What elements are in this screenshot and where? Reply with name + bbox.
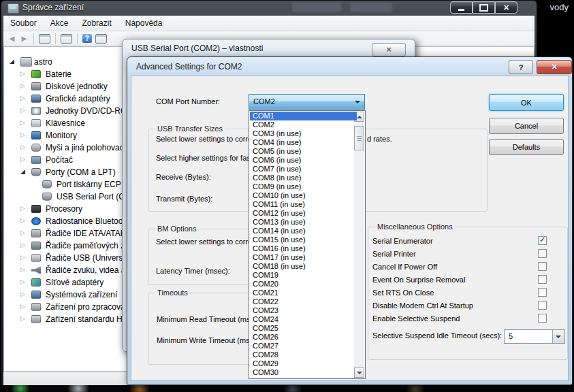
minimize-icon: [458, 9, 464, 11]
dropdown-item[interactable]: COM27: [250, 342, 357, 350]
expander-icon[interactable]: ◢: [20, 168, 25, 175]
forward-icon[interactable]: ►: [20, 34, 29, 43]
tree-item-label: Řadiče USB (Universal: [46, 253, 129, 263]
advanced-settings-dialog: Advanced Settings for COM2 ? × COM Port …: [127, 56, 573, 385]
help-button[interactable]: ?: [509, 60, 533, 74]
dropdown-item[interactable]: COM7 (in use): [250, 165, 357, 174]
window-title: Správce zařízení: [22, 3, 84, 12]
expander-icon[interactable]: ▷: [20, 205, 25, 212]
device-manager-icon: [7, 3, 19, 14]
check-icon: ✓: [539, 235, 545, 244]
dropdown-item[interactable]: COM13 (in use): [250, 218, 357, 227]
misc-option-label: Enable Selective Suspend: [372, 314, 460, 323]
computer-device-icon: [31, 156, 41, 164]
tree-item-label: Řadiče paměťových z: [46, 241, 125, 250]
dropdown-item[interactable]: COM5 (in use): [250, 147, 357, 156]
properties-close-button[interactable]: ×: [372, 43, 406, 56]
expander-icon[interactable]: ▷: [20, 229, 25, 236]
expander-icon[interactable]: ▷: [20, 131, 25, 138]
expander-icon[interactable]: ▷: [20, 119, 25, 126]
dialog-close-button[interactable]: ×: [537, 60, 572, 74]
cancel-button[interactable]: Cancel: [489, 118, 564, 134]
menu-item-zobrazit[interactable]: Zobrazit: [75, 16, 118, 30]
expander-icon[interactable]: ▷: [20, 82, 25, 89]
expander-icon[interactable]: ◢: [10, 58, 14, 65]
imaging-device-icon: [31, 303, 41, 311]
expander-icon[interactable]: ▷: [20, 254, 25, 261]
dropdown-item[interactable]: COM19: [250, 271, 357, 280]
misc-option-label: Disable Modem Ctrl At Startup: [372, 301, 473, 310]
dropdown-item[interactable]: COM20: [250, 280, 357, 289]
system-device-icon: [31, 291, 41, 299]
printer-port-icon: [42, 180, 52, 189]
dropdown-item[interactable]: COM6 (in use): [250, 156, 357, 165]
display-adapter-icon: [31, 95, 41, 103]
defaults-button[interactable]: Defaults: [489, 139, 564, 155]
ok-button[interactable]: OK: [489, 94, 564, 111]
minimize-button[interactable]: [450, 1, 473, 14]
dropdown-item[interactable]: COM22: [250, 297, 357, 306]
dropdown-item[interactable]: COM15 (in use): [250, 235, 357, 244]
dropdown-item[interactable]: COM2: [250, 120, 357, 129]
expander-icon[interactable]: ▷: [20, 144, 25, 150]
checkbox-checked[interactable]: ✓: [538, 236, 547, 245]
maximize-button[interactable]: [473, 1, 495, 14]
dropdown-item[interactable]: COM25: [250, 324, 357, 333]
dropdown-item[interactable]: COM17 (in use): [250, 253, 357, 262]
com-port-combobox[interactable]: COM2: [249, 94, 365, 110]
dropdown-item[interactable]: COM29: [250, 359, 357, 368]
expander-icon[interactable]: ▷: [20, 242, 25, 248]
expander-icon[interactable]: ▷: [20, 303, 25, 310]
properties-icon[interactable]: [61, 34, 72, 44]
dropdown-item[interactable]: COM11 (in use): [250, 200, 357, 209]
expander-icon[interactable]: ▷: [20, 107, 25, 114]
bm-options-title: BM Options: [155, 225, 198, 233]
idle-timeout-combobox[interactable]: 5: [504, 329, 565, 344]
back-icon[interactable]: ◄: [7, 34, 16, 43]
dropdown-item[interactable]: COM8 (in use): [250, 174, 357, 182]
expander-icon[interactable]: ▷: [20, 278, 25, 285]
toolbar-separator: [77, 33, 78, 44]
checkbox-unchecked[interactable]: [538, 262, 547, 271]
dropdown-item[interactable]: COM30: [250, 368, 357, 377]
dropdown-item[interactable]: COM28: [250, 350, 357, 359]
usb-transfer-hint2: Select higher settings for fas: [156, 154, 251, 162]
dropdown-item[interactable]: COM24: [250, 315, 357, 324]
dropdown-item[interactable]: COM10 (in use): [250, 191, 357, 200]
dropdown-item[interactable]: COM1: [250, 112, 357, 120]
checkbox-unchecked[interactable]: [538, 301, 547, 310]
dropdown-item[interactable]: COM26: [250, 333, 357, 342]
tree-item-label: Zařízení pro zpracová: [46, 302, 125, 312]
close-button[interactable]: ×: [495, 1, 517, 14]
usb-transfer-hint-right: d rates.: [367, 135, 392, 143]
menu-item-nápověda[interactable]: Nápověda: [118, 16, 170, 30]
dropdown-item[interactable]: COM21: [250, 289, 357, 297]
expander-icon[interactable]: ▷: [20, 266, 25, 273]
dropdown-item[interactable]: COM9 (in use): [250, 182, 357, 191]
dropdown-item[interactable]: COM12 (in use): [250, 209, 357, 218]
action-window-icon[interactable]: [95, 34, 107, 44]
expander-icon[interactable]: ▷: [20, 217, 25, 224]
dropdown-item[interactable]: COM4 (in use): [250, 138, 357, 147]
expander-icon[interactable]: ▷: [20, 315, 25, 322]
dropdown-item[interactable]: COM23: [250, 306, 357, 315]
help-icon[interactable]: ?: [82, 34, 92, 43]
expander-icon[interactable]: ▷: [20, 70, 25, 77]
checkbox-unchecked[interactable]: [538, 314, 547, 323]
menu-item-akce[interactable]: Akce: [44, 16, 76, 30]
expander-icon[interactable]: ▷: [20, 156, 25, 163]
help-icon: ?: [519, 63, 524, 71]
com-port-label: COM Port Number:: [156, 97, 220, 105]
expander-icon[interactable]: ▷: [20, 291, 25, 297]
taskbar[interactable]: [0, 385, 574, 392]
dropdown-item[interactable]: COM3 (in use): [250, 129, 357, 138]
dropdown-item[interactable]: COM14 (in use): [250, 227, 357, 235]
menu-item-soubor[interactable]: Soubor: [3, 16, 44, 30]
dropdown-item[interactable]: COM16 (in use): [250, 244, 357, 253]
checkbox-unchecked[interactable]: [538, 288, 547, 297]
dropdown-item[interactable]: COM18 (in use): [250, 262, 357, 271]
console-tree-icon[interactable]: [39, 34, 50, 44]
checkbox-unchecked[interactable]: [538, 249, 547, 258]
checkbox-unchecked[interactable]: [538, 275, 547, 284]
expander-icon[interactable]: ▷: [20, 95, 25, 101]
